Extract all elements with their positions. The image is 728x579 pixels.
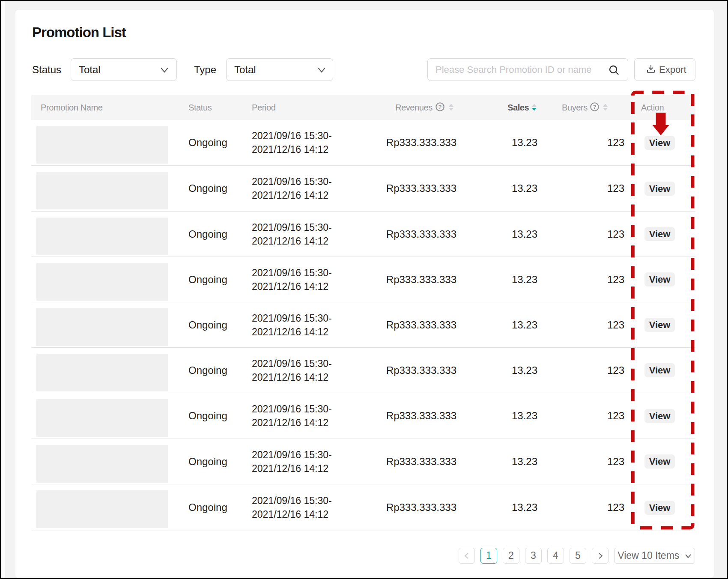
svg-text:?: ? [439,104,442,110]
svg-text:?: ? [593,104,597,110]
